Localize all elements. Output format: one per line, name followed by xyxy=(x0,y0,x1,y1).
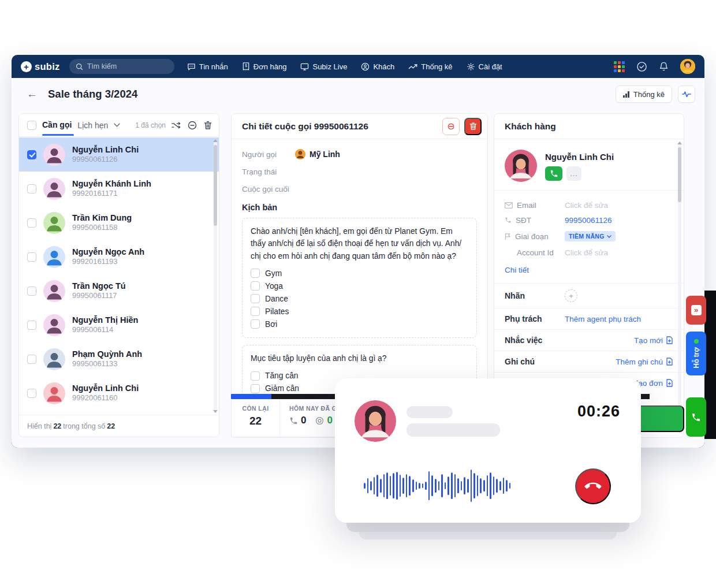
option-checkbox[interactable] xyxy=(251,269,260,278)
option-checkbox[interactable] xyxy=(251,307,260,316)
shuffle-icon[interactable] xyxy=(171,121,181,129)
contact-checkbox[interactable] xyxy=(27,150,36,159)
contact-checkbox[interactable] xyxy=(27,218,36,228)
select-all-checkbox[interactable] xyxy=(27,121,36,130)
phone-icon xyxy=(691,412,701,422)
subiz-logo-icon: + xyxy=(21,61,32,72)
remove-from-campaign-button[interactable]: ⊖ xyxy=(442,118,460,135)
reminder-row: Nhắc việc Tạo mới xyxy=(494,330,684,351)
contact-row[interactable]: Trần Kim Dung 99950061158 xyxy=(19,206,219,240)
more-actions-button[interactable]: ... xyxy=(566,166,581,181)
user-circle-icon xyxy=(361,62,370,71)
add-tag-icon[interactable]: + xyxy=(565,289,577,302)
contact-avatar xyxy=(43,314,65,336)
chevron-down-icon[interactable] xyxy=(114,123,120,127)
search-input[interactable] xyxy=(87,62,162,70)
contact-checkbox[interactable] xyxy=(27,321,36,330)
placeholder-line-1 xyxy=(407,406,453,418)
subiz-logo[interactable]: + subiz xyxy=(21,61,60,72)
note-label: Ghi chú xyxy=(505,357,565,366)
contact-avatar xyxy=(43,246,65,268)
back-arrow-icon[interactable]: ← xyxy=(27,88,38,101)
contact-checkbox[interactable] xyxy=(27,355,36,364)
note-row: Ghi chú Thêm ghi chú xyxy=(494,351,684,373)
email-value[interactable]: Click để sửa xyxy=(565,201,608,210)
phone-tab[interactable] xyxy=(686,397,706,437)
delete-call-button[interactable] xyxy=(464,118,482,135)
contact-row[interactable]: Phạm Quỳnh Anh 99950061133 xyxy=(19,342,219,376)
contact-checkbox[interactable] xyxy=(27,252,36,262)
option-checkbox[interactable] xyxy=(251,384,260,393)
contact-phone: 99950061133 xyxy=(72,359,142,369)
nav-item-analytics[interactable]: Thống kê xyxy=(408,62,452,71)
nav-item-settings[interactable]: Cài đặt xyxy=(467,62,502,71)
trash-icon[interactable] xyxy=(204,121,212,130)
contact-phone: 99920161193 xyxy=(72,257,144,267)
global-search[interactable] xyxy=(69,59,174,74)
audio-waveform xyxy=(364,465,515,507)
scroll-up-icon[interactable] xyxy=(677,142,682,144)
create-reminder-link[interactable]: Tạo mới xyxy=(634,336,673,345)
option-label: Pilates xyxy=(265,307,289,316)
option-checkbox[interactable] xyxy=(251,281,260,291)
header-actions: Thống kê xyxy=(616,85,695,103)
apps-grid-icon[interactable] xyxy=(614,61,625,72)
svg-text:$: $ xyxy=(245,64,247,68)
option-checkbox[interactable] xyxy=(251,319,260,329)
option-checkbox[interactable] xyxy=(251,371,260,381)
phone-label: SĐT xyxy=(516,216,531,225)
add-assignee-link[interactable]: Thêm agent phụ trách xyxy=(565,315,641,323)
contact-row[interactable]: Nguyễn Linh Chi 99950061126 xyxy=(19,137,219,172)
remove-circle-icon[interactable] xyxy=(188,121,197,130)
call-customer-button[interactable] xyxy=(545,166,562,181)
account-id-value[interactable]: Click để sửa xyxy=(565,248,608,257)
activity-pulse-button[interactable] xyxy=(678,85,695,103)
statistics-button[interactable]: Thống kê xyxy=(616,85,672,103)
option-checkbox[interactable] xyxy=(251,294,260,303)
nav-item-messages[interactable]: Tin nhắn xyxy=(187,62,228,71)
customer-detail-link[interactable]: Chi tiết xyxy=(505,266,529,274)
add-note-link[interactable]: Thêm ghi chú xyxy=(616,358,673,366)
script-question-2: Mục tiêu tập luyện của anh chị là gì ạ? xyxy=(251,352,468,364)
contact-checkbox[interactable] xyxy=(27,184,36,193)
nav-item-customers[interactable]: Khách xyxy=(361,62,394,71)
phone-value[interactable]: 99950061126 xyxy=(565,216,612,225)
contact-row[interactable]: Nguyễn Thị Hiền 9995006114 xyxy=(19,308,219,342)
doc-plus-icon xyxy=(666,379,673,387)
script-option[interactable]: Dance xyxy=(251,292,468,305)
contact-name: Nguyễn Linh Chi xyxy=(72,383,139,393)
contact-row[interactable]: Trần Ngọc Tú 99950061117 xyxy=(19,274,219,308)
contact-name: Nguyễn Khánh Linh xyxy=(72,178,151,189)
caller-avatar xyxy=(295,149,305,159)
collapse-panel-tab[interactable]: » xyxy=(686,296,706,325)
script-option[interactable]: Pilates xyxy=(251,305,468,318)
nav-item-subiz-live[interactable]: Subiz Live xyxy=(300,62,347,71)
scroll-up-icon[interactable] xyxy=(213,139,218,142)
nav-item-orders[interactable]: $ Đơn hàng xyxy=(242,62,287,71)
phone-icon xyxy=(581,475,605,498)
contact-checkbox[interactable] xyxy=(27,389,36,398)
tab-can-goi[interactable]: Cần gọi xyxy=(42,120,72,131)
contact-row[interactable]: Nguyễn Linh Chi 99920061160 xyxy=(19,376,219,410)
status-check-icon[interactable] xyxy=(636,61,647,72)
contact-row[interactable]: Nguyễn Khánh Linh 99920161171 xyxy=(19,172,219,206)
stage-badge[interactable]: TIỀM NĂNG xyxy=(565,231,616,241)
tab-lich-hen[interactable]: Lịch hẹn xyxy=(77,121,108,130)
user-avatar[interactable] xyxy=(680,59,695,74)
contact-checkbox[interactable] xyxy=(27,286,36,296)
scroll-down-icon[interactable] xyxy=(213,410,218,413)
contact-row[interactable]: Nguyễn Ngọc Anh 99920161193 xyxy=(19,240,219,274)
bell-icon[interactable] xyxy=(659,61,669,72)
script-option[interactable]: Yoga xyxy=(251,280,468,292)
receipt-icon: $ xyxy=(242,62,250,71)
contact-name: Nguyễn Linh Chi xyxy=(72,144,139,155)
chat-icon xyxy=(187,62,196,71)
script-option[interactable]: Bơi xyxy=(251,318,468,330)
hangup-button[interactable] xyxy=(575,468,611,504)
script-option[interactable]: Gym xyxy=(251,267,468,280)
contacts-scrollbar[interactable] xyxy=(214,140,217,412)
stacked-card-shadow-2 xyxy=(359,532,617,539)
support-tab[interactable]: Hỗ trợ xyxy=(686,332,706,375)
customer-scrollbar[interactable] xyxy=(678,143,681,431)
call-progress-fill xyxy=(231,394,271,399)
